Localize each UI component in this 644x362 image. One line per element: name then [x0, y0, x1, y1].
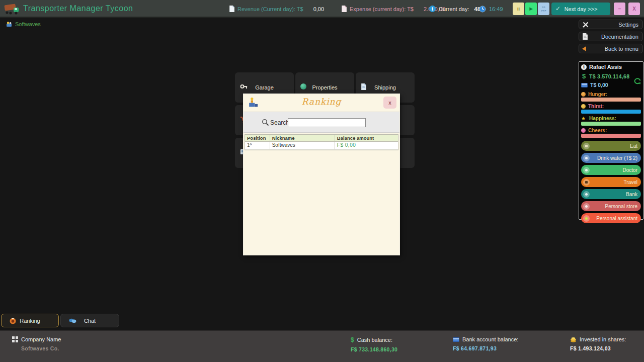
- player-cash-row: T$ 3.570.114,68: [581, 72, 641, 80]
- hunger-bar: [581, 98, 641, 102]
- cheers-stat: Cheers:: [581, 127, 641, 138]
- eat-icon: [583, 143, 590, 149]
- bank-balance-group: Bank account balance: F$ 64.697.871,93: [453, 336, 518, 351]
- bank-balance-value: F$ 64.697.871,93: [453, 345, 518, 351]
- documentation-button[interactable]: Documentation: [579, 32, 643, 41]
- thirst-stat: Thirst:: [581, 103, 641, 114]
- expense-label: Expense (current day): T$: [350, 6, 414, 12]
- back-to-menu-button[interactable]: Back to menu: [579, 44, 643, 53]
- cash-balance-label: Cash balance:: [357, 337, 392, 343]
- revenue-value: 0,00: [313, 6, 324, 12]
- cheers-bar: [581, 134, 641, 138]
- personal-store-button[interactable]: Personal store: [581, 201, 641, 211]
- thirst-bar: [581, 110, 641, 114]
- bank-button[interactable]: Bank: [581, 189, 641, 199]
- search-icon: [262, 119, 269, 126]
- personal-assistant-button[interactable]: Personal assistant: [581, 213, 641, 223]
- water-drop-icon: [583, 155, 590, 161]
- coins-icon: [570, 337, 577, 342]
- eat-button[interactable]: Eat: [581, 141, 641, 151]
- travel-label: Travel: [590, 179, 637, 185]
- cheers-icon: [581, 128, 586, 133]
- hunger-icon: [581, 92, 586, 97]
- app-logo: [3, 0, 21, 18]
- company-icon: [6, 21, 13, 27]
- cell-position: 1º: [245, 142, 270, 149]
- ranking-table-row[interactable]: 1º Softwaves F$ 0,00: [245, 142, 398, 150]
- shares-value: F$ 1.493.124,03: [570, 345, 626, 351]
- bank-balance-label: Bank account balance:: [462, 336, 518, 342]
- tab-chat[interactable]: Chat: [60, 314, 119, 327]
- fast-forward-button[interactable]: >> >>>: [538, 3, 549, 15]
- pause-button[interactable]: II: [513, 3, 524, 15]
- bus-icon: [583, 179, 590, 186]
- ranking-search-bar: Search: [244, 112, 399, 133]
- drink-water-button[interactable]: Drink water (T$ 2): [581, 153, 641, 163]
- bank-card-icon: [453, 337, 459, 342]
- company-name-label: Company Name: [21, 336, 61, 342]
- thirst-label: Thirst:: [588, 104, 604, 109]
- travel-button[interactable]: Travel: [581, 177, 641, 187]
- player-name-row: Rafael Assis: [581, 64, 641, 70]
- close-window-button[interactable]: X: [628, 3, 640, 15]
- bank-building-icon: [583, 191, 590, 198]
- next-day-label: Next day >>>: [551, 6, 610, 12]
- settings-button[interactable]: Settings: [579, 20, 643, 29]
- bank-label: Bank: [590, 192, 637, 197]
- doctor-button[interactable]: Doctor: [581, 165, 641, 175]
- minimize-button[interactable]: –: [614, 3, 625, 15]
- drink-water-label: Drink water (T$ 2): [590, 155, 637, 161]
- truck-logo-icon: [3, 2, 21, 16]
- happiness-bar: [581, 122, 641, 126]
- ranking-search-input[interactable]: [288, 118, 366, 127]
- star-icon: [581, 116, 587, 121]
- shares-label: Invested in shares:: [580, 336, 626, 342]
- cash-balance-value: F$ 733.148.860,30: [351, 346, 397, 352]
- bank-card-icon: [581, 83, 588, 87]
- doctor-label: Doctor: [590, 167, 637, 173]
- revenue-doc-icon: [229, 6, 234, 12]
- tab-ranking[interactable]: Ranking: [1, 314, 59, 327]
- ranking-close-button[interactable]: x: [383, 97, 396, 109]
- cheers-label: Cheers:: [588, 128, 607, 133]
- top-bar: Transporter Manager Tycoon Revenue (Curr…: [0, 0, 644, 18]
- cash-dollar-icon: [351, 336, 354, 343]
- cash-balance-group: Cash balance: F$ 733.148.860,30: [351, 336, 397, 352]
- player-panel: Rafael Assis T$ 3.570.114,68 T$ 0,00 Hun…: [579, 61, 643, 220]
- ranking-modal: Ranking x Search Position Nickname Balan…: [243, 94, 400, 255]
- chat-bubble-icon: [69, 318, 76, 324]
- column-nickname: Nickname: [270, 135, 335, 141]
- tab-chat-label: Chat: [84, 318, 96, 324]
- doctor-icon: [583, 167, 590, 173]
- fast-forward-icon-top: >>: [542, 6, 545, 9]
- dollar-icon: [581, 72, 587, 80]
- status-bar: Company Name Softwaves Co. Cash balance:…: [0, 330, 644, 362]
- company-status-group: Company Name Softwaves Co.: [12, 336, 61, 351]
- cell-nickname: Softwaves: [270, 142, 335, 149]
- company-tag-label: Softwaves: [15, 21, 41, 27]
- app-title: Transporter Manager Tycoon: [23, 4, 133, 13]
- play-icon: ▶: [529, 7, 532, 11]
- document-icon: [582, 33, 588, 40]
- hunger-stat: Hunger:: [581, 91, 641, 102]
- clock-icon: [479, 6, 486, 13]
- documentation-label: Documentation: [588, 34, 638, 40]
- ranking-modal-title: Ranking: [244, 97, 399, 107]
- cell-balance: F$ 0,00: [335, 142, 398, 149]
- player-bank-value: T$ 0,00: [590, 82, 608, 88]
- personal-store-label: Personal store: [590, 204, 637, 209]
- pause-icon: II: [517, 7, 520, 12]
- settings-label: Settings: [589, 22, 638, 28]
- info-icon: i: [429, 6, 436, 12]
- refresh-icon[interactable]: [633, 77, 641, 85]
- revenue-indicator: Revenue (Current day): T$ 0,00: [229, 0, 324, 18]
- ranking-table-header: Position Nickname Balance amount: [245, 135, 398, 142]
- next-day-button[interactable]: ✓ Next day >>>: [551, 3, 610, 15]
- game-time: 16:49: [489, 6, 503, 12]
- clock-indicator: 16:49: [479, 0, 503, 18]
- ranking-modal-header: Ranking x: [244, 94, 399, 112]
- company-tag: Softwaves: [6, 21, 41, 27]
- thirst-icon: [581, 104, 586, 109]
- company-name-value: Softwaves Co.: [21, 345, 61, 351]
- play-button[interactable]: ▶: [525, 3, 537, 15]
